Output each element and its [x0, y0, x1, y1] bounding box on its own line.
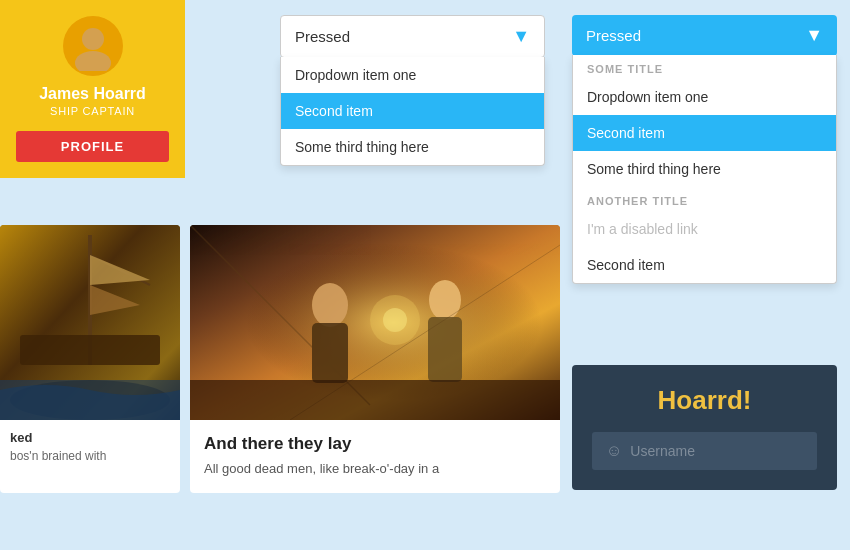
svg-rect-7: [20, 335, 160, 365]
cards-row: ked bos'n brained with: [0, 225, 560, 493]
profile-subtitle: SHIP CAPTAIN: [50, 105, 135, 117]
card-middle-title: And there they lay: [204, 434, 546, 454]
dropdown-simple-value: Pressed: [295, 28, 350, 45]
username-input-display[interactable]: ☺ Username: [592, 432, 817, 470]
avatar-icon: [68, 21, 118, 71]
profile-name: James Hoarrd: [39, 84, 146, 103]
card-middle: And there they lay All good dead men, li…: [190, 225, 560, 493]
profile-card: James Hoarrd SHIP CAPTAIN PROFILE: [0, 0, 185, 178]
svg-point-1: [75, 51, 111, 71]
svg-point-0: [82, 28, 104, 50]
grouped-item-3[interactable]: Some third thing here: [573, 151, 836, 187]
login-card: Hoarrd! ☺ Username: [572, 365, 837, 490]
card-middle-text: All good dead men, like break-o'-day in …: [204, 459, 546, 479]
login-card-title: Hoarrd!: [592, 385, 817, 416]
svg-rect-20: [190, 380, 560, 420]
svg-point-12: [312, 283, 348, 327]
dropdown-grouped-menu: SOME TITLE Dropdown item one Second item…: [572, 55, 837, 284]
dropdown-item-2[interactable]: Second item: [281, 93, 544, 129]
card-middle-body: And there they lay All good dead men, li…: [190, 420, 560, 493]
card-left: ked bos'n brained with: [0, 225, 180, 493]
svg-point-14: [429, 280, 461, 320]
card-left-text: bos'n brained with: [10, 449, 170, 463]
card-middle-image: [190, 225, 560, 420]
dropdown-grouped-trigger[interactable]: Pressed ▼: [572, 15, 837, 56]
card-left-body: ked bos'n brained with: [0, 420, 180, 473]
svg-point-17: [383, 308, 407, 332]
ship-painting: [0, 225, 180, 420]
chevron-down-icon: ▼: [512, 26, 530, 47]
dropdown-grouped: Pressed ▼ SOME TITLE Dropdown item one S…: [572, 15, 837, 284]
username-placeholder: Username: [630, 443, 695, 459]
dropdown-item-1[interactable]: Dropdown item one: [281, 57, 544, 93]
profile-button[interactable]: PROFILE: [16, 131, 169, 162]
group-title-1: SOME TITLE: [573, 55, 836, 79]
pirates-painting: [190, 225, 560, 420]
chevron-down-icon-2: ▼: [805, 25, 823, 46]
grouped-item-1[interactable]: Dropdown item one: [573, 79, 836, 115]
dropdown-grouped-value: Pressed: [586, 27, 641, 44]
dropdown-simple-menu: Dropdown item one Second item Some third…: [280, 57, 545, 166]
grouped-item-4: I'm a disabled link: [573, 211, 836, 247]
card-left-title: ked: [10, 430, 170, 445]
grouped-item-2[interactable]: Second item: [573, 115, 836, 151]
dropdown-item-3[interactable]: Some third thing here: [281, 129, 544, 165]
user-icon: ☺: [606, 442, 622, 460]
group-title-2: ANOTHER TITLE: [573, 187, 836, 211]
dropdown-simple: Pressed ▼ Dropdown item one Second item …: [280, 15, 545, 166]
grouped-item-5[interactable]: Second item: [573, 247, 836, 283]
card-left-image: [0, 225, 180, 420]
avatar: [63, 16, 123, 76]
dropdown-simple-trigger[interactable]: Pressed ▼: [280, 15, 545, 58]
